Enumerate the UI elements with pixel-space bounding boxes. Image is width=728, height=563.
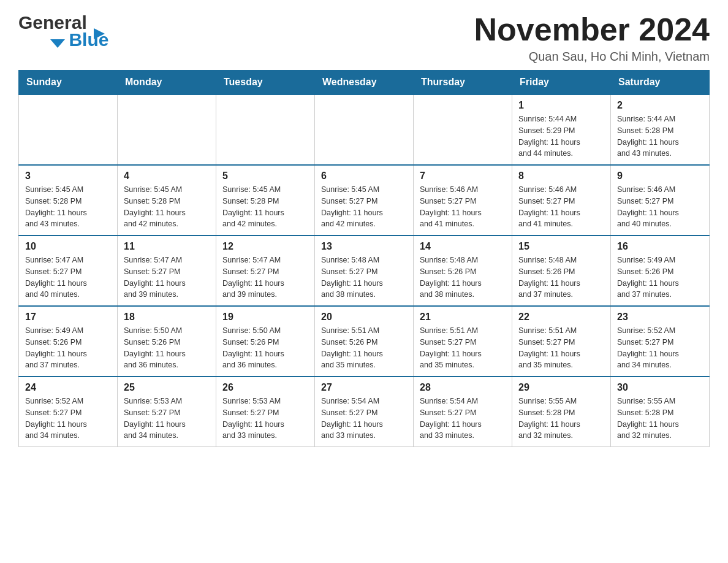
day-number: 23 [617,312,703,323]
logo: General Blue [18,12,108,50]
day-info: Sunrise: 5:52 AM Sunset: 5:27 PM Dayligh… [25,396,111,442]
day-number: 9 [617,170,703,182]
calendar-day-cell: 26Sunrise: 5:53 AM Sunset: 5:27 PM Dayli… [216,377,315,447]
day-info: Sunrise: 5:53 AM Sunset: 5:27 PM Dayligh… [124,396,210,442]
day-number: 5 [222,170,308,182]
calendar-day-cell [315,94,414,165]
calendar-day-cell [414,94,512,165]
day-info: Sunrise: 5:50 AM Sunset: 5:26 PM Dayligh… [222,325,308,371]
logo-chevron-icon [50,39,65,48]
calendar-day-cell: 10Sunrise: 5:47 AM Sunset: 5:27 PM Dayli… [19,236,118,306]
weekday-header-friday: Friday [512,71,611,95]
day-info: Sunrise: 5:47 AM Sunset: 5:27 PM Dayligh… [25,255,111,301]
day-number: 24 [25,382,111,393]
day-info: Sunrise: 5:51 AM Sunset: 5:27 PM Dayligh… [420,325,506,371]
day-number: 13 [321,241,407,252]
page-header: General Blue November 2024 Quan Sau, Ho … [18,12,710,64]
day-number: 1 [518,100,604,111]
calendar-day-cell: 17Sunrise: 5:49 AM Sunset: 5:26 PM Dayli… [19,306,118,377]
calendar-day-cell: 23Sunrise: 5:52 AM Sunset: 5:27 PM Dayli… [611,306,710,377]
calendar-day-cell [19,94,118,165]
day-number: 18 [124,312,210,323]
day-number: 10 [25,241,111,252]
month-title: November 2024 [474,12,710,47]
calendar-table: SundayMondayTuesdayWednesdayThursdayFrid… [18,70,710,447]
day-number: 14 [420,241,506,252]
day-info: Sunrise: 5:49 AM Sunset: 5:26 PM Dayligh… [617,255,703,301]
svg-marker-1 [50,39,65,48]
calendar-week-row: 10Sunrise: 5:47 AM Sunset: 5:27 PM Dayli… [19,236,710,306]
day-number: 2 [617,100,703,111]
day-info: Sunrise: 5:45 AM Sunset: 5:28 PM Dayligh… [124,184,210,230]
calendar-day-cell: 25Sunrise: 5:53 AM Sunset: 5:27 PM Dayli… [118,377,216,447]
day-info: Sunrise: 5:46 AM Sunset: 5:27 PM Dayligh… [518,184,604,230]
day-number: 19 [222,312,308,323]
day-info: Sunrise: 5:45 AM Sunset: 5:28 PM Dayligh… [222,184,308,230]
day-info: Sunrise: 5:44 AM Sunset: 5:29 PM Dayligh… [518,113,604,159]
day-number: 8 [518,170,604,182]
day-info: Sunrise: 5:55 AM Sunset: 5:28 PM Dayligh… [518,396,604,442]
day-info: Sunrise: 5:48 AM Sunset: 5:26 PM Dayligh… [518,255,604,301]
day-number: 21 [420,312,506,323]
weekday-header-monday: Monday [118,71,216,95]
day-number: 25 [124,382,210,393]
day-info: Sunrise: 5:53 AM Sunset: 5:27 PM Dayligh… [222,396,308,442]
day-number: 27 [321,382,407,393]
day-number: 7 [420,170,506,182]
day-info: Sunrise: 5:54 AM Sunset: 5:27 PM Dayligh… [420,396,506,442]
calendar-week-row: 1Sunrise: 5:44 AM Sunset: 5:29 PM Daylig… [19,94,710,165]
day-info: Sunrise: 5:54 AM Sunset: 5:27 PM Dayligh… [321,396,407,442]
calendar-day-cell: 11Sunrise: 5:47 AM Sunset: 5:27 PM Dayli… [118,236,216,306]
calendar-day-cell: 30Sunrise: 5:55 AM Sunset: 5:28 PM Dayli… [611,377,710,447]
calendar-day-cell: 14Sunrise: 5:48 AM Sunset: 5:26 PM Dayli… [414,236,512,306]
day-number: 12 [222,241,308,252]
calendar-day-cell: 5Sunrise: 5:45 AM Sunset: 5:28 PM Daylig… [216,165,315,236]
calendar-week-row: 24Sunrise: 5:52 AM Sunset: 5:27 PM Dayli… [19,377,710,447]
day-info: Sunrise: 5:44 AM Sunset: 5:28 PM Dayligh… [617,113,703,159]
location-subtitle: Quan Sau, Ho Chi Minh, Vietnam [474,50,710,64]
weekday-header-saturday: Saturday [611,71,710,95]
weekday-header-sunday: Sunday [19,71,118,95]
calendar-day-cell: 24Sunrise: 5:52 AM Sunset: 5:27 PM Dayli… [19,377,118,447]
calendar-day-cell: 29Sunrise: 5:55 AM Sunset: 5:28 PM Dayli… [512,377,611,447]
day-info: Sunrise: 5:48 AM Sunset: 5:27 PM Dayligh… [321,255,407,301]
day-number: 3 [25,170,111,182]
calendar-day-cell: 3Sunrise: 5:45 AM Sunset: 5:28 PM Daylig… [19,165,118,236]
calendar-day-cell: 13Sunrise: 5:48 AM Sunset: 5:27 PM Dayli… [315,236,414,306]
calendar-day-cell: 6Sunrise: 5:45 AM Sunset: 5:27 PM Daylig… [315,165,414,236]
day-info: Sunrise: 5:49 AM Sunset: 5:26 PM Dayligh… [25,325,111,371]
calendar-day-cell [216,94,315,165]
title-area: November 2024 Quan Sau, Ho Chi Minh, Vie… [474,12,710,64]
day-number: 6 [321,170,407,182]
svg-marker-0 [94,28,105,39]
day-number: 30 [617,382,703,393]
calendar-day-cell: 19Sunrise: 5:50 AM Sunset: 5:26 PM Dayli… [216,306,315,377]
day-info: Sunrise: 5:48 AM Sunset: 5:26 PM Dayligh… [420,255,506,301]
day-info: Sunrise: 5:51 AM Sunset: 5:26 PM Dayligh… [321,325,407,371]
calendar-day-cell: 4Sunrise: 5:45 AM Sunset: 5:28 PM Daylig… [118,165,216,236]
day-number: 4 [124,170,210,182]
calendar-day-cell: 18Sunrise: 5:50 AM Sunset: 5:26 PM Dayli… [118,306,216,377]
weekday-header-row: SundayMondayTuesdayWednesdayThursdayFrid… [19,71,710,95]
day-info: Sunrise: 5:51 AM Sunset: 5:27 PM Dayligh… [518,325,604,371]
weekday-header-thursday: Thursday [414,71,512,95]
day-number: 28 [420,382,506,393]
day-number: 15 [518,241,604,252]
day-number: 20 [321,312,407,323]
calendar-day-cell [118,94,216,165]
calendar-day-cell: 22Sunrise: 5:51 AM Sunset: 5:27 PM Dayli… [512,306,611,377]
day-number: 22 [518,312,604,323]
day-info: Sunrise: 5:52 AM Sunset: 5:27 PM Dayligh… [617,325,703,371]
day-number: 29 [518,382,604,393]
calendar-day-cell: 8Sunrise: 5:46 AM Sunset: 5:27 PM Daylig… [512,165,611,236]
day-number: 17 [25,312,111,323]
day-info: Sunrise: 5:46 AM Sunset: 5:27 PM Dayligh… [420,184,506,230]
calendar-day-cell: 2Sunrise: 5:44 AM Sunset: 5:28 PM Daylig… [611,94,710,165]
weekday-header-wednesday: Wednesday [315,71,414,95]
calendar-day-cell: 9Sunrise: 5:46 AM Sunset: 5:27 PM Daylig… [611,165,710,236]
calendar-week-row: 3Sunrise: 5:45 AM Sunset: 5:28 PM Daylig… [19,165,710,236]
day-number: 26 [222,382,308,393]
day-info: Sunrise: 5:50 AM Sunset: 5:26 PM Dayligh… [124,325,210,371]
calendar-day-cell: 1Sunrise: 5:44 AM Sunset: 5:29 PM Daylig… [512,94,611,165]
calendar-day-cell: 16Sunrise: 5:49 AM Sunset: 5:26 PM Dayli… [611,236,710,306]
